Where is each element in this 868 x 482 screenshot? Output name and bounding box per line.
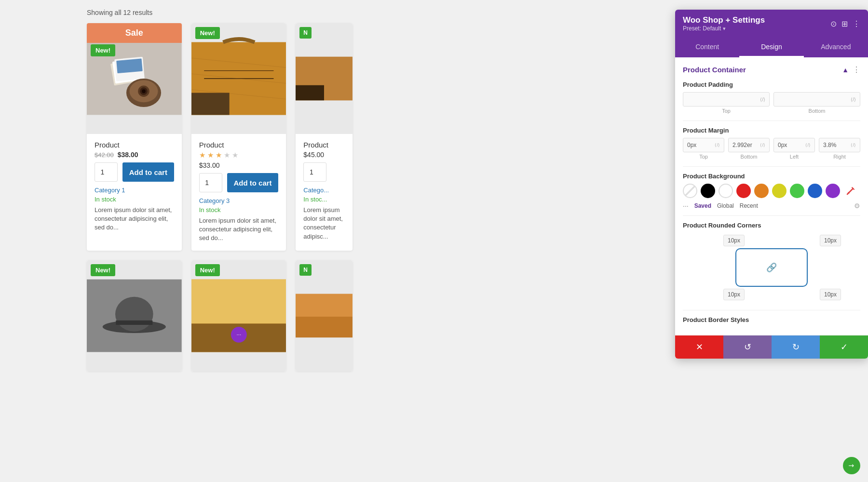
new-badge-2: New! [195, 27, 220, 39]
divider-1 [683, 120, 860, 121]
qty-input-3[interactable] [303, 162, 326, 182]
product-info-2: Product ★ ★ ★ ★ ★ $33.00 Add to cart Cat… [191, 134, 286, 251]
padding-top-code: ⟨/⟩ [760, 97, 765, 102]
swatch-red[interactable] [736, 184, 751, 198]
swatch-dots-btn[interactable]: ··· [683, 202, 689, 210]
bottom-right-icon[interactable]: ↗ [843, 457, 860, 474]
panel-tabs: Content Design Advanced [675, 38, 868, 57]
swatch-orange[interactable] [754, 184, 769, 198]
section-actions: ▲ ⋮ [842, 65, 860, 74]
margin-right-val: 3.8% [823, 142, 836, 148]
swatch-yellow[interactable] [772, 184, 787, 198]
color-swatches [683, 184, 860, 198]
corner-bottom-right-val[interactable]: 10px [820, 289, 841, 300]
margin-bottom-input[interactable]: 2.992er ⟨/⟩ [728, 138, 770, 152]
products-grid: Sale New! [87, 23, 391, 371]
preset-dropdown-icon[interactable]: ▾ [723, 26, 726, 32]
add-to-cart-btn-1[interactable]: Add to cart [122, 162, 174, 182]
corner-bottom-left-val[interactable]: 10px [723, 289, 745, 300]
padding-top-input[interactable]: ⟨/⟩ [683, 92, 770, 107]
section-menu-icon[interactable]: ⋮ [853, 65, 860, 74]
tab-content[interactable]: Content [675, 38, 739, 57]
category-link-3[interactable]: Catego... [303, 187, 345, 194]
category-link-2[interactable]: Category 3 [199, 197, 279, 204]
margin-bottom-label: Bottom [741, 154, 758, 160]
padding-bottom-code: ⟨/⟩ [851, 97, 856, 102]
swatch-tab-saved[interactable]: Saved [694, 202, 711, 209]
margin-inputs: 0px ⟨/⟩ Top 2.992er ⟨/⟩ Bottom 0px ⟨/⟩ L… [683, 138, 860, 160]
margin-label: Product Margin [683, 127, 860, 134]
collapse-icon[interactable]: ▲ [842, 66, 849, 74]
cancel-button[interactable]: ✕ [675, 335, 723, 359]
corners-container: 10px 10px 🔗 10px 10px [683, 233, 860, 302]
in-stock-3: In stoc... [303, 196, 345, 203]
corners-middle-row: 🔗 [683, 248, 860, 287]
section-title: Product Container [683, 66, 746, 74]
product-image-5: New! ··· [191, 260, 286, 371]
product-desc-3: Lorem ipsum dolor sit amet, consectetur [303, 206, 345, 232]
swatch-black[interactable] [701, 184, 715, 198]
svg-rect-31 [296, 294, 353, 316]
tab-design[interactable]: Design [739, 38, 803, 57]
product-card-2: New! [191, 23, 286, 251]
more-icon[interactable]: ⋮ [853, 19, 860, 28]
margin-right-input[interactable]: 3.8% ⟨/⟩ [819, 138, 860, 152]
new-badge-3: N [299, 27, 312, 39]
product-image-6: N [296, 260, 353, 371]
swatch-pencil-icon[interactable] [843, 184, 858, 198]
svg-rect-26 [191, 279, 286, 323]
swatch-tab-global[interactable]: Global [717, 202, 734, 209]
sale-banner-1: Sale [87, 23, 182, 43]
padding-bottom-label: Bottom [809, 108, 826, 114]
swatch-white[interactable] [719, 184, 733, 198]
swatch-tab-recent[interactable]: Recent [740, 202, 758, 209]
focus-icon[interactable]: ⊙ [830, 19, 837, 28]
star-1: ★ [199, 151, 205, 159]
star-3: ★ [216, 151, 222, 159]
svg-point-9 [142, 89, 146, 93]
product-name-2: Product [199, 141, 279, 149]
cart-row-3 [303, 162, 345, 182]
product-image-2: New! [191, 23, 286, 134]
padding-bottom-input[interactable]: ⟨/⟩ [773, 92, 860, 107]
swatch-purple[interactable] [826, 184, 840, 198]
new-badge-1: New! [91, 44, 115, 56]
add-to-cart-btn-2[interactable]: Add to cart [227, 173, 279, 192]
margin-left-input[interactable]: 0px ⟨/⟩ [773, 138, 815, 152]
product-name-3: Product [303, 141, 345, 149]
margin-top-input[interactable]: 0px ⟨/⟩ [683, 138, 724, 152]
qty-input-1[interactable] [95, 162, 118, 182]
swatch-settings-icon[interactable]: ⚙ [854, 202, 860, 210]
margin-left-code: ⟨/⟩ [805, 143, 811, 147]
qty-input-2[interactable] [199, 173, 222, 192]
corners-top-row: 10px 10px [683, 233, 860, 248]
margin-top-code: ⟨/⟩ [715, 143, 720, 147]
undo-button[interactable]: ↺ [723, 335, 772, 359]
padding-inputs: ⟨/⟩ Top ⟨/⟩ Bottom [683, 92, 860, 114]
svg-point-23 [115, 296, 153, 331]
margin-bottom-code: ⟨/⟩ [760, 143, 765, 147]
margin-bottom-group: 2.992er ⟨/⟩ Bottom [728, 138, 770, 160]
product-price-2: $33.00 [199, 161, 279, 169]
corner-top-right-val[interactable]: 10px [820, 235, 841, 246]
margin-right-group: 3.8% ⟨/⟩ Right [819, 138, 860, 160]
swatch-green[interactable] [790, 184, 804, 198]
category-link-1[interactable]: Category 1 [95, 187, 174, 194]
cart-row-2: Add to cart [199, 173, 279, 192]
product-info-3: Product $45.00 Catego... In stoc... Lore… [296, 134, 353, 249]
swatch-blue[interactable] [808, 184, 822, 198]
swatch-transparent[interactable] [683, 184, 697, 198]
corner-top-left-val[interactable]: 10px [723, 235, 745, 246]
product-price-1: $42.00 $38.00 [95, 151, 174, 159]
in-stock-2: In stock [199, 206, 279, 214]
panel-header-icons: ⊙ ⊞ ⋮ [830, 19, 860, 28]
star-2: ★ [207, 151, 214, 159]
layout-icon[interactable]: ⊞ [841, 19, 848, 28]
save-button[interactable]: ✓ [820, 335, 868, 359]
product-desc-3b: adipisc... [303, 232, 345, 241]
tab-advanced[interactable]: Advanced [804, 38, 868, 57]
in-stock-1: In stock [95, 196, 174, 203]
corners-link-icon[interactable]: 🔗 [766, 262, 777, 273]
product-info-1: Product $42.00 $38.00 Add to cart Catego… [87, 134, 182, 240]
redo-button[interactable]: ↻ [772, 335, 820, 359]
